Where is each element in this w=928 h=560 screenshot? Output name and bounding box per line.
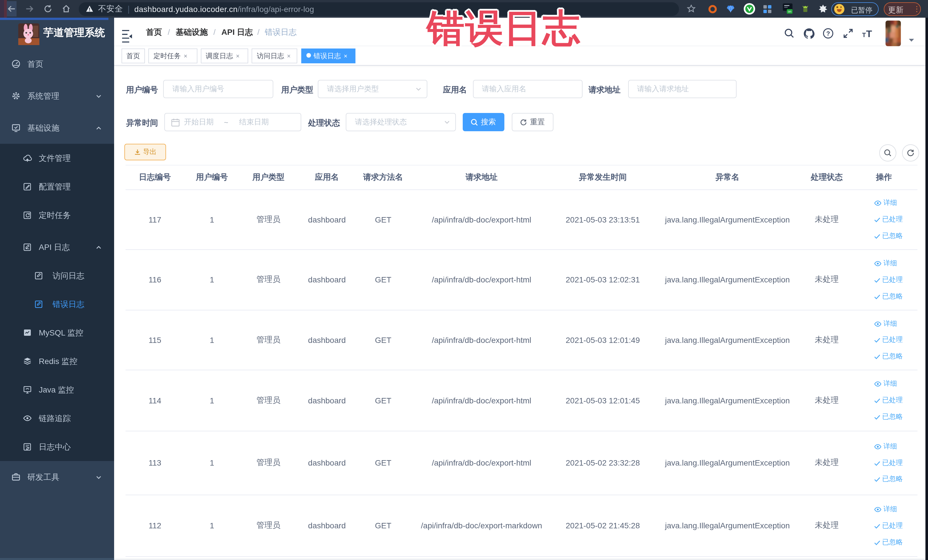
- svg-text:?: ?: [826, 30, 830, 37]
- svg-text:T: T: [866, 28, 872, 39]
- svg-text:T: T: [862, 31, 866, 38]
- svg-text:on: on: [788, 10, 791, 13]
